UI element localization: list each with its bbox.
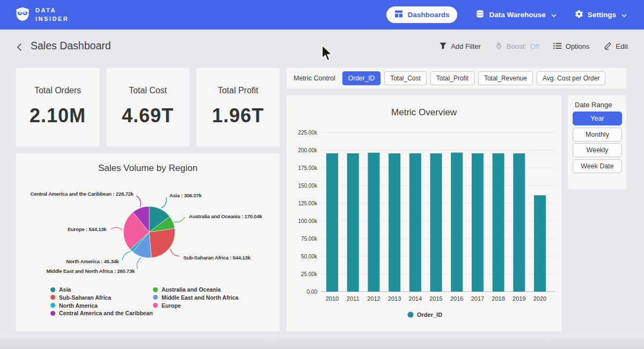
kpi-card-total-profit: Total Profit1.96T bbox=[196, 68, 280, 146]
legend-dot-icon bbox=[153, 295, 158, 300]
legend-label: Australia and Oceania bbox=[162, 286, 221, 293]
pie-slice-label: Central America and the Caribbean : 226.… bbox=[30, 191, 134, 197]
bar-2016[interactable] bbox=[451, 153, 463, 292]
y-axis-tick-label: 25.00k bbox=[301, 271, 318, 277]
pie-chart-title: Sales Volume by Region bbox=[16, 153, 280, 174]
legend-label: Sub-Saharan Africa bbox=[59, 294, 111, 301]
app-logo[interactable]: DATA INSIDER bbox=[15, 6, 69, 24]
footer-shade bbox=[0, 336, 644, 349]
bar-2012[interactable] bbox=[368, 153, 379, 292]
pie-legend-item-middle-east-and-north-africa[interactable]: Middle East and North Africa bbox=[153, 294, 238, 301]
nav-dashboards-button[interactable]: Dashboards bbox=[386, 6, 457, 23]
metric-buttons: Order_IDTotal_CostTotal_ProfitTotal_Reve… bbox=[342, 71, 606, 85]
filter-icon bbox=[439, 42, 447, 51]
metric-button-avg-cost-per-order[interactable]: Avg. Cost per Order bbox=[537, 71, 606, 85]
rocket-icon bbox=[495, 42, 503, 51]
legend-dot-icon bbox=[50, 311, 55, 316]
nav-settings[interactable]: Settings bbox=[575, 10, 627, 20]
back-button[interactable] bbox=[14, 41, 26, 53]
bar-2013[interactable] bbox=[389, 153, 400, 292]
options-button[interactable]: Options bbox=[553, 42, 590, 51]
kpi-label: Total Orders bbox=[16, 86, 99, 95]
y-axis-tick-label: 150.00k bbox=[298, 183, 318, 189]
boost-toggle[interactable]: Boost:Off bbox=[495, 42, 539, 51]
chevron-down-icon bbox=[621, 11, 627, 19]
database-icon bbox=[475, 10, 485, 20]
bar-chart-title: Metric Overview bbox=[391, 107, 457, 117]
pencil-icon bbox=[604, 41, 612, 51]
bar-2014[interactable] bbox=[409, 153, 421, 292]
pie-slice-label: Europe : 544.13k bbox=[68, 226, 107, 232]
legend-dot-icon bbox=[50, 295, 55, 300]
pie-leader-line bbox=[170, 249, 179, 256]
pie-leader-line bbox=[122, 251, 130, 260]
metric-button-total-profit[interactable]: Total_Profit bbox=[430, 71, 474, 85]
legend-label: North America bbox=[59, 302, 98, 309]
add-filter-button[interactable]: Add Filter bbox=[439, 42, 481, 51]
page-title: Sales Dashboard bbox=[31, 40, 111, 52]
x-axis-tick-label: 2015 bbox=[429, 295, 442, 302]
nav-data-warehouse-label: Data Warehouse bbox=[489, 11, 545, 19]
kpi-card-total-orders: Total Orders2.10M bbox=[16, 68, 99, 146]
kpi-card-total-cost: Total Cost4.69T bbox=[106, 68, 189, 146]
legend-label: Europe bbox=[162, 302, 181, 309]
bar-2018[interactable] bbox=[493, 153, 504, 292]
metric-button-total-cost[interactable]: Total_Cost bbox=[384, 71, 427, 85]
legend-dot-icon bbox=[153, 287, 158, 292]
y-axis-tick-label: 100.00k bbox=[298, 218, 318, 224]
kpi-value: 1.96T bbox=[196, 105, 280, 127]
bar-legend-label[interactable]: Order_ID bbox=[417, 311, 442, 318]
gear-icon bbox=[575, 10, 583, 20]
pie-legend-item-central-america-and-the-caribbean[interactable]: Central America and the Caribbean bbox=[50, 310, 153, 316]
x-axis-tick-label: 2019 bbox=[513, 295, 525, 302]
pie-slice-sub-saharan-africa[interactable] bbox=[149, 228, 175, 258]
date-range-monthly[interactable]: Monthly bbox=[573, 128, 622, 142]
kpi-value: 4.69T bbox=[106, 105, 189, 127]
bar-2019[interactable] bbox=[513, 153, 525, 292]
metric-control-label: Metric Control bbox=[294, 75, 335, 82]
dashboards-icon bbox=[394, 10, 403, 20]
edit-button[interactable]: Edit bbox=[604, 41, 628, 51]
header-actions: Add Filter Boost:Off bbox=[439, 41, 628, 51]
bar-2011[interactable] bbox=[347, 153, 359, 292]
kpi-label: Total Profit bbox=[196, 86, 280, 95]
pie-legend-item-asia[interactable]: Asia bbox=[50, 286, 71, 293]
metric-button-order-id[interactable]: Order_ID bbox=[342, 71, 380, 85]
pie-leader-line bbox=[111, 227, 122, 230]
chevron-down-icon bbox=[551, 11, 557, 19]
date-range-week-date[interactable]: Week Date bbox=[573, 159, 622, 173]
legend-label: Asia bbox=[59, 286, 71, 293]
pie-leader-line bbox=[161, 197, 166, 208]
kpi-label: Total Cost bbox=[106, 86, 189, 95]
bar-2017[interactable] bbox=[472, 153, 484, 292]
pie-leader-line bbox=[136, 196, 141, 207]
bar-2020[interactable] bbox=[534, 195, 546, 292]
pie-chart-panel: Sales Volume by Region Asia : 306.07kAus… bbox=[16, 153, 280, 331]
kpi-value: 2.10M bbox=[16, 105, 99, 127]
y-axis-tick-label: 200.00k bbox=[298, 147, 318, 153]
y-axis-tick-label: 0.00 bbox=[307, 289, 318, 295]
legend-dot-icon bbox=[153, 303, 158, 308]
metric-control-panel: Metric Control Order_IDTotal_CostTotal_P… bbox=[287, 68, 626, 88]
pie-legend-item-sub-saharan-africa[interactable]: Sub-Saharan Africa bbox=[50, 294, 111, 301]
pie-leader-line bbox=[174, 217, 185, 222]
y-axis-tick-label: 225.00k bbox=[298, 130, 318, 136]
bar-2015[interactable] bbox=[430, 153, 442, 292]
pie-legend-item-north-america[interactable]: North America bbox=[50, 302, 98, 309]
y-axis-tick-label: 50.00k bbox=[301, 254, 318, 259]
metric-button-total-revenue[interactable]: Total_Revenue bbox=[478, 71, 533, 85]
bar-2010[interactable] bbox=[326, 153, 338, 292]
bar-chart-panel: Metric Overview0.0025.00k50.00k75.00k100… bbox=[287, 95, 561, 331]
pie-slice-label: North America : 45.34k bbox=[66, 258, 119, 264]
pie-legend-item-australia-and-oceania[interactable]: Australia and Oceania bbox=[153, 286, 221, 293]
x-axis-tick-label: 2013 bbox=[388, 295, 401, 302]
nav-data-warehouse[interactable]: Data Warehouse bbox=[475, 10, 556, 20]
legend-label: Middle East and North Africa bbox=[162, 294, 238, 301]
date-range-weekly[interactable]: Weekly bbox=[573, 143, 622, 157]
legend-dot-icon bbox=[50, 287, 55, 292]
y-axis-tick-label: 175.00k bbox=[298, 165, 318, 171]
bar-legend-dot-icon bbox=[408, 312, 414, 318]
date-range-year[interactable]: Year bbox=[573, 112, 622, 125]
pie-legend-item-europe[interactable]: Europe bbox=[153, 302, 181, 309]
y-axis-tick-label: 75.00k bbox=[301, 236, 318, 242]
